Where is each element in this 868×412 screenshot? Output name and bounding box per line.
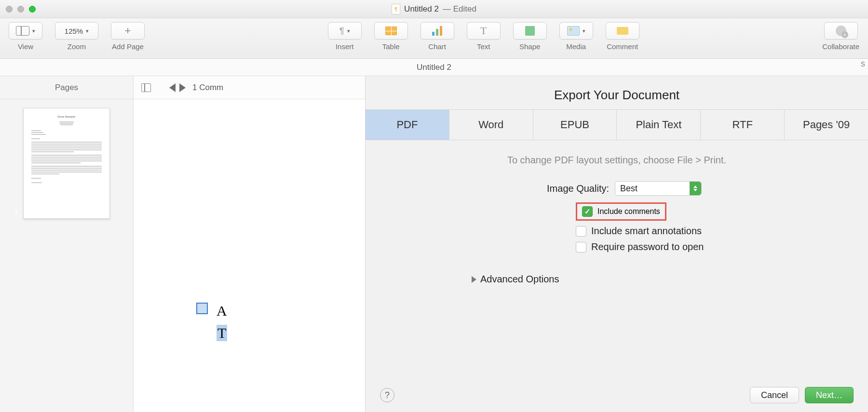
truncated-right-char: s (861, 59, 865, 69)
collaborate-label: Collaborate (822, 42, 859, 51)
next-button[interactable]: Next… (805, 387, 854, 403)
sidebar-title: Pages (0, 76, 133, 99)
panel-toggle-icon[interactable] (141, 83, 151, 92)
include-comments-highlight: Include comments (576, 202, 666, 221)
comment-icon (617, 27, 628, 35)
media-label: Media (566, 42, 586, 51)
image-quality-value: Best (620, 184, 637, 194)
require-password-checkbox[interactable] (576, 242, 586, 253)
image-quality-row: Image Quality: Best (532, 181, 702, 196)
edited-indicator: — Edited (443, 4, 476, 14)
layout-hint: To change PDF layout settings, choose Fi… (394, 155, 839, 166)
highlighted-text[interactable]: T (217, 325, 227, 341)
comment-label: Comment (607, 42, 638, 51)
image-quality-label: Image Quality: (532, 183, 609, 194)
chevron-down-icon: ▾ (86, 28, 89, 34)
plus-icon: + (125, 25, 131, 37)
tab-plaintext[interactable]: Plain Text (617, 110, 701, 140)
window-titlebar: ¶ Untitled 2 — Edited (0, 0, 868, 18)
page-number: 1 (14, 208, 18, 216)
view-icon (16, 26, 29, 36)
insert-label: Insert (336, 42, 354, 51)
include-comments-checkbox[interactable] (582, 206, 593, 217)
zoom-label: Zoom (68, 42, 86, 51)
window-title: ¶ Untitled 2 — Edited (392, 4, 476, 14)
shape-icon (525, 26, 535, 36)
advanced-options-toggle[interactable]: Advanced Options (472, 274, 839, 285)
document-bar-title: Untitled 2 (417, 63, 451, 72)
help-button[interactable]: ? (380, 388, 394, 402)
close-window-icon[interactable] (6, 6, 13, 13)
document-bar: Untitled 2 (0, 59, 868, 76)
chart-icon (432, 26, 442, 36)
tab-pdf[interactable]: PDF (366, 110, 449, 140)
tab-epub[interactable]: EPUB (533, 110, 617, 140)
document-canvas-snippet: A T (196, 303, 227, 341)
dialog-body: To change PDF layout settings, choose Fi… (366, 140, 868, 412)
comment-button[interactable] (606, 22, 639, 40)
include-comments-label: Include comments (597, 207, 660, 216)
view-label: View (18, 42, 33, 51)
disclosure-triangle-icon (472, 276, 476, 283)
chart-button[interactable] (420, 22, 454, 40)
table-icon (385, 27, 397, 35)
tab-rtf[interactable]: RTF (701, 110, 785, 140)
pilcrow-icon: ¶ (339, 26, 344, 36)
shape-label: Shape (519, 42, 540, 51)
text-button[interactable]: T (467, 22, 501, 40)
thumbnail-heading: Urna Semper (31, 115, 102, 119)
comment-nav (169, 83, 186, 92)
view-button[interactable]: ▾ (9, 22, 42, 40)
chart-label: Chart (428, 42, 446, 51)
shape-button[interactable] (513, 22, 547, 40)
document-icon: ¶ (392, 4, 400, 14)
chevron-down-icon: ▾ (583, 28, 585, 34)
dialog-footer: ? Cancel Next… (366, 387, 868, 403)
document-name: Untitled 2 (404, 4, 439, 14)
minimize-window-icon[interactable] (17, 6, 24, 13)
tab-pages09[interactable]: Pages '09 (785, 110, 868, 140)
media-button[interactable]: ▾ (559, 22, 593, 40)
selection-anchor-icon[interactable] (196, 303, 208, 314)
require-password-label: Require password to open (591, 241, 704, 253)
dialog-title: Export Your Document (366, 76, 868, 109)
thumbnail-preview: Urna Semper (23, 108, 110, 219)
table-label: Table (382, 42, 400, 51)
include-annotations-checkbox[interactable] (576, 226, 586, 237)
comment-count: 1 Comm (192, 83, 223, 93)
document-text-a: A (217, 303, 227, 319)
toolbar: ▾ View 125% ▾ Zoom + Add Page ¶ ▾ Insert… (0, 18, 868, 59)
document-area: 1 Comm A T s Export Your Document PDF Wo… (134, 76, 868, 412)
pages-sidebar: Pages Urna Semper 1 (0, 76, 134, 412)
chevron-down-icon: ▾ (347, 28, 350, 34)
media-icon (567, 26, 580, 36)
traffic-lights (6, 6, 36, 13)
prev-comment-icon[interactable] (169, 83, 176, 92)
page-thumbnail[interactable]: Urna Semper 1 (0, 99, 133, 227)
add-page-button[interactable]: + (111, 22, 145, 40)
export-format-tabs: PDF Word EPUB Plain Text RTF Pages '09 (366, 109, 868, 140)
table-button[interactable] (374, 22, 408, 40)
include-annotations-label: Include smart annotations (591, 226, 702, 237)
collaborate-button[interactable] (824, 22, 858, 40)
export-dialog: s Export Your Document PDF Word EPUB Pla… (365, 76, 868, 412)
zoom-button[interactable]: 125% ▾ (55, 22, 98, 40)
fullscreen-window-icon[interactable] (29, 6, 36, 13)
cancel-button[interactable]: Cancel (750, 387, 799, 403)
add-page-label: Add Page (112, 42, 144, 51)
insert-button[interactable]: ¶ ▾ (328, 22, 362, 40)
text-label: Text (477, 42, 490, 51)
image-quality-select[interactable]: Best (615, 181, 702, 196)
zoom-value: 125% (65, 27, 83, 35)
select-stepper-icon (690, 182, 701, 195)
text-icon: T (480, 25, 487, 37)
chevron-down-icon: ▾ (32, 28, 35, 34)
next-comment-icon[interactable] (179, 83, 186, 92)
collaborate-icon (836, 26, 846, 36)
advanced-options-label: Advanced Options (480, 274, 559, 285)
tab-word[interactable]: Word (449, 110, 533, 140)
